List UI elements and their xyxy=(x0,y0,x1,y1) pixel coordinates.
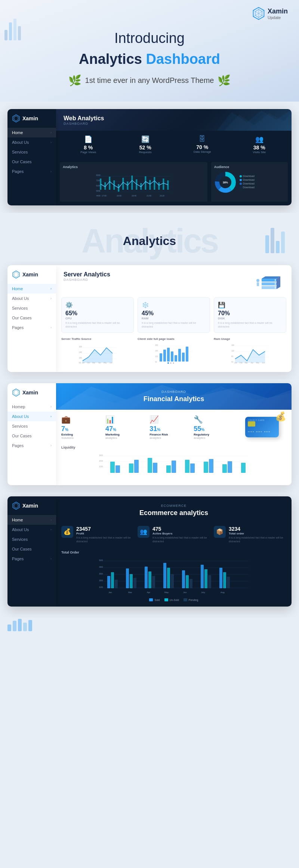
financial-sidebar-about[interactable]: About Us› xyxy=(7,412,56,421)
server-sidebar-cases[interactable]: Our Cases xyxy=(7,313,56,323)
stat-page-views: 📄 8 % Page Views xyxy=(60,135,117,154)
svg-marker-136 xyxy=(14,503,18,508)
liquidity-chart-section: Liquidity 300 200 100 xyxy=(56,443,292,485)
svg-text:May: May xyxy=(164,591,169,593)
analytics-chart-box: Analytics xyxy=(60,162,207,202)
sidebar-item-about[interactable]: About Us› xyxy=(7,137,56,147)
server-sidebar-pages[interactable]: Pages› xyxy=(7,323,56,332)
financial-header: DASHBOARD Financial Analytics xyxy=(56,383,292,410)
sidebar-item-pages[interactable]: Pages› xyxy=(7,167,56,176)
financial-sidebar-logo-icon xyxy=(12,388,20,397)
ecommerce-chart-svg: 500 400 300 200 100 xyxy=(61,557,286,595)
svg-rect-127 xyxy=(172,461,176,473)
ecommerce-sidebar: Xamin Home› About Us› Services Our Cases… xyxy=(7,496,56,607)
server-title: Server Analytics xyxy=(64,271,110,278)
svg-rect-56 xyxy=(262,286,277,289)
analytics-chart-svg: 8000 7000 6000 5000 4400 17:00 18:00 19:… xyxy=(63,171,204,197)
svg-text:6000: 6000 xyxy=(96,185,100,187)
ecommerce-sidebar-pages[interactable]: Pages› xyxy=(7,554,56,564)
svg-rect-177 xyxy=(18,619,22,631)
svg-text:80: 80 xyxy=(231,356,234,357)
sidebar-item-home[interactable]: Home› xyxy=(7,128,56,137)
svg-text:Feb: Feb xyxy=(240,362,243,364)
svg-text:200: 200 xyxy=(99,579,103,582)
legend-pending: Pending xyxy=(184,598,198,601)
financial-sidebar-home[interactable]: Homep› xyxy=(7,402,56,412)
svg-text:4400: 4400 xyxy=(96,195,100,197)
svg-text:Jun: Jun xyxy=(183,591,187,593)
svg-rect-27 xyxy=(145,176,146,190)
svg-rect-155 xyxy=(152,576,155,588)
svg-rect-164 xyxy=(208,575,211,588)
svg-text:18:00: 18:00 xyxy=(117,195,121,197)
financial-analytics-panel: Xamin Homep› About Us› Services Our Case… xyxy=(7,383,292,485)
svg-text:7000: 7000 xyxy=(96,179,100,182)
svg-rect-128 xyxy=(185,460,189,473)
profit-icon: 💰 xyxy=(61,526,73,538)
full-page-loads-chart: Client side full page loads 200 150 100 … xyxy=(138,337,210,366)
svg-rect-159 xyxy=(182,570,185,588)
deco-bars-right xyxy=(265,220,288,255)
svg-rect-163 xyxy=(204,569,207,588)
sidebar-item-services[interactable]: Services xyxy=(7,147,56,157)
server-stats-row: ⚙️ 65% CPU It is a long established fact… xyxy=(56,297,292,337)
financial-stat-regulatory: 🔧 55% Regulatory analytics xyxy=(194,415,234,440)
svg-text:38%: 38% xyxy=(223,181,228,184)
financial-sidebar-pages[interactable]: Pages› xyxy=(7,441,56,450)
svg-rect-123 xyxy=(134,460,139,473)
svg-text:200: 200 xyxy=(155,344,158,346)
sidebar-item-cases[interactable]: Our Cases xyxy=(7,157,56,167)
cpu-icon: ⚙️ xyxy=(65,301,130,309)
financial-sidebar-services[interactable]: Services xyxy=(7,421,56,431)
svg-rect-154 xyxy=(148,571,151,588)
ecommerce-sidebar-services[interactable]: Services xyxy=(7,534,56,544)
svg-rect-131 xyxy=(209,459,213,473)
financial-sidebar-logo: Xamin xyxy=(7,388,56,402)
web-analytics-content: Web Analytics DASHBOARD 📄 8 % Page Views… xyxy=(56,109,292,205)
stat-requests: 🔄 52 % Requests xyxy=(117,135,174,154)
svg-rect-91 xyxy=(182,353,185,362)
svg-text:Jan: Jan xyxy=(82,362,85,364)
svg-rect-87 xyxy=(167,348,170,362)
svg-text:23:20: 23:20 xyxy=(160,195,164,197)
server-sidebar-about[interactable]: About Us› xyxy=(7,294,56,303)
financial-analytics-section: Xamin Homep› About Us› Services Our Case… xyxy=(0,379,299,493)
svg-rect-23 xyxy=(127,182,128,190)
hero-logo-text: Xamin Update xyxy=(268,7,288,20)
server-subtitle: DASHBOARD xyxy=(64,278,110,282)
marketing-icon: 📊 xyxy=(105,415,146,424)
svg-text:8000: 8000 xyxy=(96,174,100,176)
svg-rect-89 xyxy=(175,355,177,362)
server-analytics-panel: Xamin Home› About Us› Services Our Cases… xyxy=(7,265,292,372)
financial-sidebar-cases[interactable]: Our Cases xyxy=(7,431,56,441)
audience-chart-box: Audience 38% Download xyxy=(211,162,288,202)
svg-text:Feb: Feb xyxy=(87,362,90,364)
ecommerce-chart-legend: Sold Un-Sold Pending xyxy=(61,598,286,601)
svg-text:Apr: Apr xyxy=(147,591,150,593)
svg-text:19:40: 19:40 xyxy=(132,195,136,197)
svg-rect-160 xyxy=(186,575,189,588)
svg-marker-53 xyxy=(14,272,18,277)
svg-rect-148 xyxy=(111,572,114,588)
svg-rect-178 xyxy=(23,623,27,631)
svg-text:Mar: Mar xyxy=(92,362,95,364)
svg-rect-86 xyxy=(163,350,166,362)
svg-rect-19 xyxy=(109,177,110,190)
web-analytics-header: Web Analytics DASHBOARD xyxy=(56,109,292,131)
financial-sidebar-logo-text: Xamin xyxy=(22,390,38,396)
svg-text:Jan: Jan xyxy=(234,362,237,364)
svg-rect-124 xyxy=(148,458,152,473)
ecommerce-sidebar-home[interactable]: Home› xyxy=(7,515,56,525)
page-views-icon: 📄 xyxy=(60,135,117,143)
svg-text:17:00: 17:00 xyxy=(102,195,107,197)
server-sidebar-services[interactable]: Services xyxy=(7,303,56,313)
ecommerce-sidebar-about[interactable]: About Us› xyxy=(7,525,56,534)
server-sidebar-home[interactable]: Home› xyxy=(7,284,56,294)
ecommerce-sidebar-cases[interactable]: Our Cases xyxy=(7,544,56,554)
svg-rect-134 xyxy=(241,463,246,473)
svg-rect-0 xyxy=(4,30,7,40)
financial-sidebar: Xamin Homep› About Us› Services Our Case… xyxy=(7,383,56,485)
svg-text:Mar: Mar xyxy=(245,362,248,364)
svg-text:40: 40 xyxy=(231,361,234,363)
svg-rect-149 xyxy=(115,580,118,588)
